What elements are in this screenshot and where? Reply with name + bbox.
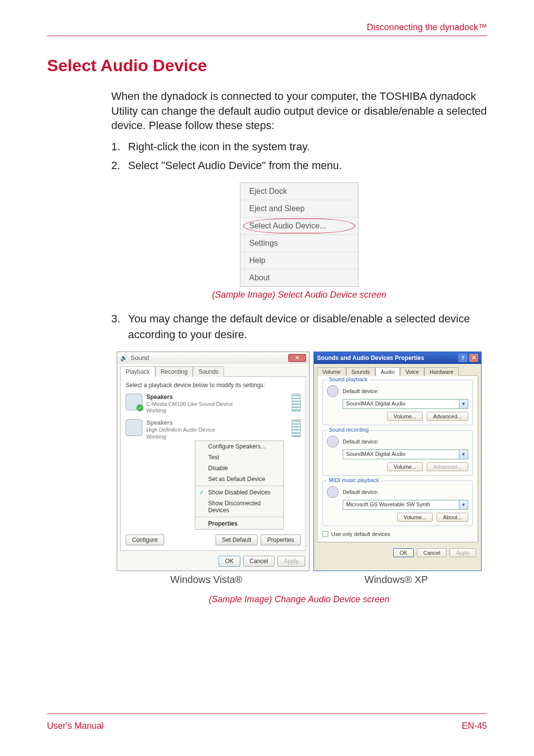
speaker-icon: 🔊 (120, 355, 128, 361)
level-meter-icon (292, 394, 301, 411)
separator (195, 486, 283, 486)
ctx-test[interactable]: Test (195, 452, 283, 463)
checkbox-icon (322, 531, 328, 537)
menu-item-help[interactable]: Help (240, 252, 358, 269)
properties-button[interactable]: Properties (261, 534, 301, 545)
midi-about-button[interactable]: About... (437, 513, 468, 522)
ok-button[interactable]: OK (393, 548, 414, 557)
device1-sub: C-Media CM106 Like Sound Device (146, 401, 288, 408)
device-context-menu: Configure Speakers... Test Disable Set a… (195, 441, 284, 530)
device1-status: Working (146, 407, 288, 414)
recording-device-select[interactable]: SoundMAX Digital Audio (343, 449, 459, 459)
use-only-default-checkbox[interactable]: Use only default devices (322, 531, 473, 537)
group-sound-playback: Sound playback Default device: SoundMAX … (322, 380, 473, 425)
tab-hardware[interactable]: Hardware (424, 367, 459, 376)
device-row-1[interactable]: ✓ Speakers C-Media CM106 Like Sound Devi… (126, 394, 301, 415)
menu-item-eject-sleep[interactable]: Eject and Sleep (240, 200, 358, 218)
midi-icon (327, 486, 339, 498)
close-button[interactable]: ✕ (469, 354, 478, 362)
ctx-configure-speakers[interactable]: Configure Speakers... (195, 441, 283, 452)
chevron-down-icon[interactable]: ▼ (459, 399, 468, 409)
speaker-device-icon (126, 419, 142, 436)
menu-item-select-audio-device[interactable]: Select Audio Device... (240, 218, 358, 235)
xp-window-title: Sounds and Audio Devices Properties (317, 355, 458, 361)
cancel-button[interactable]: Cancel (417, 548, 446, 557)
step-1-text: Right-click the icon in the system tray. (128, 139, 310, 155)
xp-tabs: Volume Sounds Audio Voice Hardware (314, 364, 481, 375)
label-windows-vista: Windows Vista® (171, 574, 243, 585)
microphone-icon (327, 436, 339, 447)
tray-context-menu: Eject Dock Eject and Sleep Select Audio … (240, 182, 358, 287)
vista-titlebar: 🔊 Sound ✕ (117, 352, 309, 364)
xp-titlebar: Sounds and Audio Devices Properties ? ✕ (314, 352, 481, 364)
playback-volume-button[interactable]: Volume... (387, 412, 423, 421)
caption-change-audio: (Sample Image) Change Audio Device scree… (111, 594, 487, 605)
check-icon: ✓ (136, 404, 143, 411)
label-default-device: Default device: (343, 388, 379, 394)
xp-body: Sound playback Default device: SoundMAX … (317, 375, 478, 542)
group-title-midi: MIDI music playback (327, 477, 381, 483)
ctx-show-disconnected[interactable]: Show Disconnected Devices (195, 498, 283, 516)
vista-tab-body: Select a playback device below to modify… (120, 376, 306, 551)
header-rule (47, 36, 487, 36)
playback-advanced-button[interactable]: Advanced... (427, 412, 468, 421)
menu-item-eject-dock[interactable]: Eject Dock (240, 183, 358, 200)
step-3-text: You may change the default device or dis… (128, 311, 487, 343)
cancel-button[interactable]: Cancel (243, 556, 274, 567)
recording-volume-button[interactable]: Volume... (387, 462, 423, 471)
configure-button[interactable]: Configure (126, 534, 164, 545)
step-2: 2.Select "Select Audio Device" from the … (111, 158, 487, 174)
tab-audio[interactable]: Audio (375, 367, 400, 376)
chevron-down-icon[interactable]: ▼ (459, 449, 468, 459)
apply-button[interactable]: Apply (449, 548, 476, 557)
xp-sounds-window: Sounds and Audio Devices Properties ? ✕ … (313, 352, 482, 571)
ctx-disable[interactable]: Disable (195, 463, 283, 474)
tab-voice[interactable]: Voice (400, 367, 424, 376)
vista-tabs: Playback Recording Sounds (117, 364, 309, 376)
page-title: Select Audio Device (47, 56, 487, 75)
checkbox-label: Use only default devices (331, 531, 390, 537)
device2-sub: High Definition Audio Device (146, 427, 288, 434)
speaker-icon (327, 385, 339, 397)
vista-window-title: Sound (131, 354, 288, 361)
apply-button[interactable]: Apply (277, 556, 305, 567)
tab-playback[interactable]: Playback (120, 366, 155, 377)
ctx-set-default[interactable]: Set as Default Device (195, 474, 283, 485)
tab-recording[interactable]: Recording (155, 366, 193, 377)
group-sound-recording: Sound recording Default device: SoundMAX… (322, 430, 473, 476)
separator (195, 517, 283, 517)
midi-device-select[interactable]: Microsoft GS Wavetable SW Synth (343, 500, 459, 510)
vista-sound-window: 🔊 Sound ✕ Playback Recording Sounds Sele… (117, 352, 310, 571)
ctx-show-disabled[interactable]: Show Disabled Devices (195, 487, 283, 498)
close-button[interactable]: ✕ (288, 354, 306, 362)
midi-volume-button[interactable]: Volume... (397, 513, 433, 522)
tab-sounds[interactable]: Sounds (193, 366, 224, 377)
step-3: 3.You may change the default device or d… (111, 311, 487, 343)
group-midi: MIDI music playback Default device: Micr… (322, 481, 473, 526)
intro-paragraph: When the dynadock is connected to your c… (111, 89, 487, 133)
menu-item-about[interactable]: About (240, 269, 358, 286)
footer-right: EN-45 (462, 721, 487, 731)
label-default-device: Default device: (343, 439, 379, 445)
level-meter-icon (292, 419, 301, 437)
step-1: 1.Right-click the icon in the system tra… (111, 139, 487, 155)
chevron-down-icon[interactable]: ▼ (459, 500, 468, 510)
menu-item-settings[interactable]: Settings (240, 235, 358, 252)
label-windows-xp: Windows® XP (364, 574, 428, 585)
tab-sounds[interactable]: Sounds (346, 367, 375, 376)
device2-status: Working (146, 434, 288, 441)
step-2-text: Select "Select Audio Device" from the me… (128, 158, 342, 174)
ok-button[interactable]: OK (219, 556, 240, 567)
playback-device-select[interactable]: SoundMAX Digital Audio (343, 399, 459, 409)
group-title-recording: Sound recording (327, 427, 371, 433)
tab-volume[interactable]: Volume (317, 367, 346, 376)
group-title-playback: Sound playback (327, 376, 369, 382)
help-button[interactable]: ? (458, 354, 467, 362)
device-row-2[interactable]: Speakers High Definition Audio Device Wo… (126, 419, 301, 441)
ctx-properties[interactable]: Properties (195, 518, 283, 529)
set-default-button[interactable]: Set Default (216, 534, 258, 545)
recording-advanced-button[interactable]: Advanced... (427, 462, 468, 471)
footer-rule (47, 713, 487, 714)
vista-hint: Select a playback device below to modify… (126, 382, 301, 389)
device2-name: Speakers (146, 419, 288, 427)
